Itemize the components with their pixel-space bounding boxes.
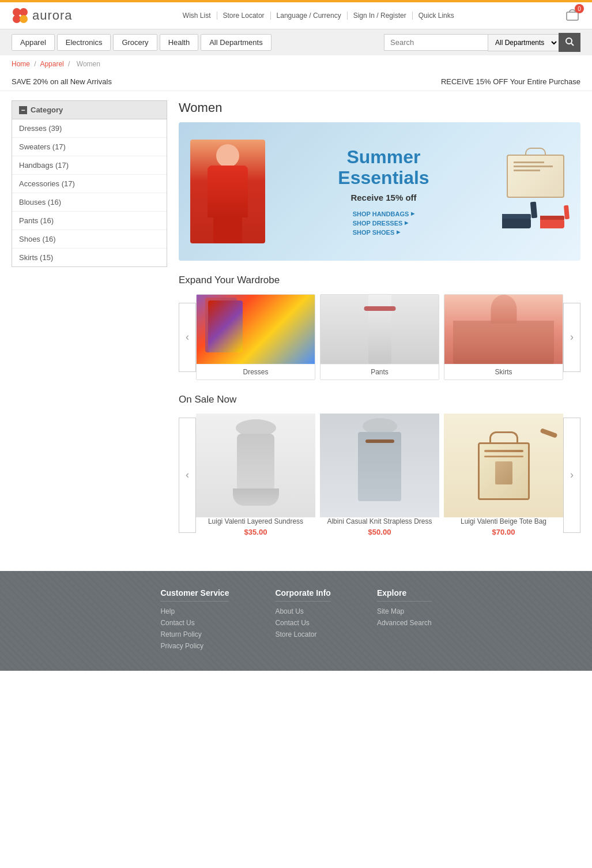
footer-customer-service: Customer Service Help Contact Us Return … bbox=[160, 588, 229, 653]
wardrobe-pants-image bbox=[320, 295, 439, 364]
sign-in-link[interactable]: Sign In / Register bbox=[348, 12, 413, 20]
wardrobe-cards: Dresses Pants bbox=[196, 294, 563, 380]
breadcrumb-apparel[interactable]: Apparel bbox=[40, 60, 63, 68]
wardrobe-card-pants[interactable]: Pants bbox=[320, 294, 439, 380]
search-button[interactable] bbox=[559, 33, 580, 52]
footer-cs-return[interactable]: Return Policy bbox=[160, 630, 229, 638]
wish-list-link[interactable]: Wish List bbox=[177, 12, 217, 20]
header: aurora Wish List Store Locator Language … bbox=[0, 2, 592, 29]
footer-explore-search[interactable]: Advanced Search bbox=[377, 619, 432, 627]
hero-subtitle: Receive 15% off bbox=[277, 193, 491, 202]
breadcrumb-home[interactable]: Home bbox=[12, 60, 30, 68]
onsale-prev-arrow[interactable]: ‹ bbox=[179, 418, 196, 533]
wardrobe-dresses-image bbox=[197, 295, 315, 364]
svg-rect-4 bbox=[567, 12, 578, 20]
footer-cs-privacy[interactable]: Privacy Policy bbox=[160, 642, 229, 650]
quick-links-link[interactable]: Quick Links bbox=[413, 12, 460, 20]
promo-left-highlight: SAVE 20% bbox=[12, 77, 48, 86]
hero-heels bbox=[502, 202, 569, 228]
svg-line-6 bbox=[571, 43, 574, 46]
nav-bar: Apparel Electronics Grocery Health All D… bbox=[0, 29, 592, 55]
sidebar-item-shoes[interactable]: Shoes (16) bbox=[12, 230, 167, 249]
sidebar-item-accessories[interactable]: Accessories (17) bbox=[12, 175, 167, 193]
footer-corp-about[interactable]: About Us bbox=[275, 607, 330, 615]
wardrobe-next-arrow[interactable]: › bbox=[563, 303, 580, 372]
top-nav: Wish List Store Locator Language / Curre… bbox=[177, 12, 460, 20]
sidebar-collapse-icon[interactable]: − bbox=[19, 106, 27, 114]
hero-shoe-dark bbox=[502, 202, 537, 228]
cart-area[interactable]: 0 bbox=[564, 7, 580, 24]
sale-cards: Luigi Valenti Layered Sundress $35.00 bbox=[196, 414, 563, 536]
wardrobe-pants-label: Pants bbox=[320, 364, 439, 379]
wardrobe-skirts-image bbox=[444, 295, 563, 364]
nav-health[interactable]: Health bbox=[160, 34, 199, 51]
promo-right-bold: RECEIVE 15% OFF bbox=[441, 77, 508, 86]
page-title: Women bbox=[179, 100, 580, 115]
cart-badge: 0 bbox=[575, 4, 584, 13]
footer-cs-contact[interactable]: Contact Us bbox=[160, 619, 229, 627]
sale-sundress-price: $35.00 bbox=[196, 528, 315, 536]
wardrobe-section: Expand Your Wardrobe ‹ Dresses bbox=[179, 275, 580, 380]
sidebar-title: Category bbox=[31, 106, 63, 114]
wardrobe-skirts-label: Skirts bbox=[444, 364, 563, 379]
wardrobe-card-skirts[interactable]: Skirts bbox=[444, 294, 563, 380]
sale-strapless-image bbox=[320, 414, 439, 517]
svg-point-1 bbox=[20, 8, 28, 16]
hero-text: SummerEssentials Receive 15% off SHOP HA… bbox=[265, 147, 502, 235]
footer-explore-heading: Explore bbox=[377, 588, 432, 602]
footer-corp-store[interactable]: Store Locator bbox=[275, 630, 330, 638]
nav-electronics[interactable]: Electronics bbox=[57, 34, 111, 51]
wardrobe-card-dresses[interactable]: Dresses bbox=[196, 294, 315, 380]
promo-right-text: Your Entire Purchase bbox=[510, 77, 580, 86]
sidebar-item-sweaters[interactable]: Sweaters (17) bbox=[12, 138, 167, 156]
hero-title: SummerEssentials bbox=[277, 147, 491, 187]
nav-grocery[interactable]: Grocery bbox=[113, 34, 157, 51]
logo[interactable]: aurora bbox=[12, 7, 73, 24]
hero-shop-handbags[interactable]: SHOP HANDBAGS bbox=[353, 211, 415, 217]
sale-card-sundress[interactable]: Luigi Valenti Layered Sundress $35.00 bbox=[196, 414, 315, 536]
wardrobe-title: Expand Your Wardrobe bbox=[179, 275, 580, 286]
hero-shop-shoes[interactable]: SHOP SHOES bbox=[353, 229, 401, 236]
hero-shop-dresses[interactable]: SHOP DRESSES bbox=[353, 220, 409, 227]
nav-apparel[interactable]: Apparel bbox=[12, 34, 55, 51]
breadcrumb: Home / Apparel / Women bbox=[0, 55, 592, 73]
hero-shoe-red bbox=[540, 205, 569, 228]
search-dept-select[interactable]: All Departments bbox=[488, 34, 559, 51]
footer-corp-heading: Corporate Info bbox=[275, 588, 330, 602]
sale-tote-price: $70.00 bbox=[444, 528, 563, 536]
footer-cs-heading: Customer Service bbox=[160, 588, 229, 602]
hero-bag bbox=[507, 155, 564, 198]
footer-explore-sitemap[interactable]: Site Map bbox=[377, 607, 432, 615]
svg-point-0 bbox=[13, 8, 21, 16]
sidebar-item-dresses[interactable]: Dresses (39) bbox=[12, 119, 167, 138]
breadcrumb-current: Women bbox=[77, 60, 100, 68]
wardrobe-prev-arrow[interactable]: ‹ bbox=[179, 303, 196, 372]
nav-all-departments[interactable]: All Departments bbox=[201, 34, 271, 51]
logo-text: aurora bbox=[32, 8, 73, 23]
svg-point-2 bbox=[13, 15, 21, 23]
onsale-carousel: ‹ Luigi Valenti Layered Sundress $35.0 bbox=[179, 414, 580, 536]
sale-strapless-name: Albini Casual Knit Strapless Dress bbox=[320, 517, 439, 525]
language-currency-link[interactable]: Language / Currency bbox=[271, 12, 348, 20]
promo-left-text: on all New Arrivals bbox=[50, 77, 112, 86]
footer-corp-contact[interactable]: Contact Us bbox=[275, 619, 330, 627]
sale-tote-name: Luigi Valenti Beige Tote Bag bbox=[444, 517, 563, 525]
sidebar-item-handbags[interactable]: Handbags (17) bbox=[12, 156, 167, 175]
hero-banner: SummerEssentials Receive 15% off SHOP HA… bbox=[179, 122, 580, 261]
footer-explore: Explore Site Map Advanced Search bbox=[377, 588, 432, 653]
sidebar-item-pants[interactable]: Pants (16) bbox=[12, 212, 167, 230]
onsale-next-arrow[interactable]: › bbox=[563, 418, 580, 533]
footer-cs-help[interactable]: Help bbox=[160, 607, 229, 615]
sidebar-item-blouses[interactable]: Blouses (16) bbox=[12, 193, 167, 212]
search-icon bbox=[565, 37, 574, 46]
sidebar-header: − Category bbox=[12, 100, 167, 119]
footer-corporate-info: Corporate Info About Us Contact Us Store… bbox=[275, 588, 330, 653]
cart-icon-wrap[interactable]: 0 bbox=[564, 7, 580, 24]
sidebar-item-skirts[interactable]: Skirts (15) bbox=[12, 249, 167, 266]
logo-icon bbox=[12, 7, 29, 24]
store-locator-link[interactable]: Store Locator bbox=[217, 12, 271, 20]
sale-card-strapless[interactable]: Albini Casual Knit Strapless Dress $50.0… bbox=[320, 414, 439, 536]
search-input[interactable] bbox=[384, 34, 488, 51]
onsale-title: On Sale Now bbox=[179, 394, 580, 405]
sale-card-tote[interactable]: Luigi Valenti Beige Tote Bag $70.00 bbox=[444, 414, 563, 536]
